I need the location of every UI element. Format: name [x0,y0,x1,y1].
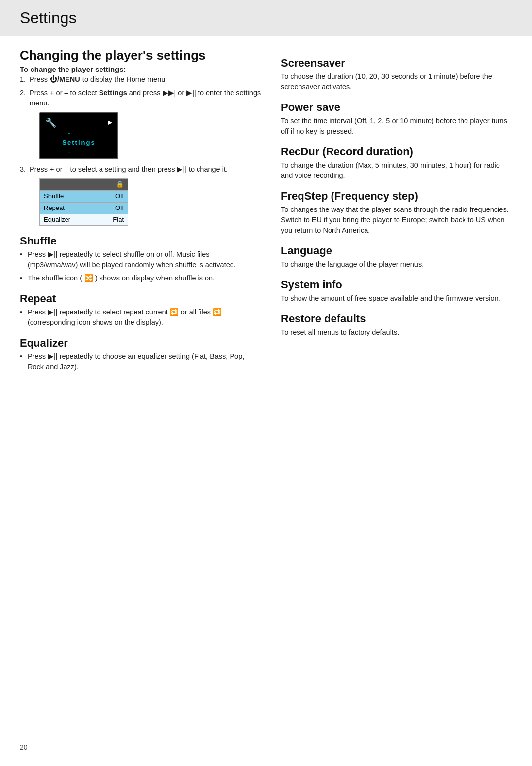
shuffle-title: Shuffle [20,235,261,247]
system-info-title: System info [281,279,512,291]
table-cell-repeat-value: Off [97,202,128,214]
screen-settings-label: Settings [42,138,115,149]
power-save-text: To set the time interval (Off, 1, 2, 5 o… [281,116,512,137]
step-3: Press + or – to select a setting and the… [20,164,261,226]
screensaver-section: Screensaver To choose the duration (10, … [281,57,512,92]
screensaver-text: To choose the duration (10, 20, 30 secon… [281,71,512,92]
step2-bold: Settings [99,89,127,97]
equalizer-title: Equalizer [20,337,261,349]
screen-dots-top: ··· [42,130,115,138]
page-header: Settings [0,0,532,36]
recdur-text: To change the duration (Max, 5 minutes, … [281,160,512,181]
table-header-row: 🔒 [40,179,128,191]
settings-table: 🔒 Shuffle Off Repeat Off Equa [39,178,128,226]
screen-icon-row: 🔧 ▶ [42,115,115,130]
right-column: Screensaver To choose the duration (10, … [281,48,512,375]
equalizer-section: Equalizer Press ▶|| repeatedly to choose… [20,337,261,372]
freqstep-section: FreqStep (Frequency step) To changes the… [281,190,512,236]
shuffle-bullet-1: Press ▶|| repeatedly to select shuffle o… [20,249,261,270]
table-row: Shuffle Off [40,190,128,202]
instruction-label: To change the player settings: [20,65,261,73]
table-header-icon: 🔒 [40,179,128,191]
equalizer-bullets: Press ▶|| repeatedly to choose an equali… [20,351,261,372]
table-row: Repeat Off [40,202,128,214]
language-text: To change the language of the player men… [281,259,512,270]
shuffle-section: Shuffle Press ▶|| repeatedly to select s… [20,235,261,283]
restore-defaults-section: Restore defaults To reset all menus to f… [281,313,512,338]
power-save-title: Power save [281,101,512,114]
left-column: Changing the player's settings To change… [20,48,261,375]
table-cell-equalizer-value: Flat [97,214,128,226]
table-cell-repeat-name: Repeat [40,202,97,214]
device-screen-1: 🔧 ▶ ··· Settings ··· [39,112,118,159]
freqstep-title: FreqStep (Frequency step) [281,190,512,203]
table-cell-shuffle-value: Off [97,190,128,202]
screen-arrow-icon: ▶ [108,118,112,127]
step-2: Press + or – to select Settings and pres… [20,88,261,159]
recdur-title: RecDur (Record duration) [281,145,512,158]
step1-bold: ⏻/MENU [50,75,80,83]
power-save-section: Power save To set the time interval (Off… [281,101,512,137]
shuffle-bullet-2: The shuffle icon ( 🔀 ) shows on display … [20,273,261,283]
page-title: Settings [20,9,512,27]
steps-list: Press ⏻/MENU to display the Home menu. P… [20,74,261,226]
screen-tool-icon: 🔧 [45,116,56,129]
repeat-bullet-1: Press ▶|| repeatedly to select repeat cu… [20,307,261,328]
freqstep-text: To changes the way that the player scans… [281,205,512,236]
step-1: Press ⏻/MENU to display the Home menu. [20,74,261,85]
recdur-section: RecDur (Record duration) To change the d… [281,145,512,181]
repeat-section: Repeat Press ▶|| repeatedly to select re… [20,292,261,328]
shuffle-bullets: Press ▶|| repeatedly to select shuffle o… [20,249,261,283]
screensaver-title: Screensaver [281,57,512,70]
table-cell-shuffle-name: Shuffle [40,190,97,202]
repeat-title: Repeat [20,292,261,305]
table-row: Equalizer Flat [40,214,128,226]
equalizer-bullet-1: Press ▶|| repeatedly to choose an equali… [20,351,261,372]
table-cell-equalizer-name: Equalizer [40,214,97,226]
page-content: Changing the player's settings To change… [0,48,532,375]
language-title: Language [281,244,512,257]
system-info-section: System info To show the amount of free s… [281,279,512,304]
page-number: 20 [20,743,28,751]
language-section: Language To change the language of the p… [281,244,512,270]
system-info-text: To show the amount of free space availab… [281,293,512,304]
changing-settings-title: Changing the player's settings [20,48,261,63]
screen-dots-bottom: ··· [42,149,115,156]
restore-defaults-text: To reset all menus to factory defaults. [281,327,512,338]
restore-defaults-title: Restore defaults [281,313,512,325]
repeat-bullets: Press ▶|| repeatedly to select repeat cu… [20,307,261,328]
